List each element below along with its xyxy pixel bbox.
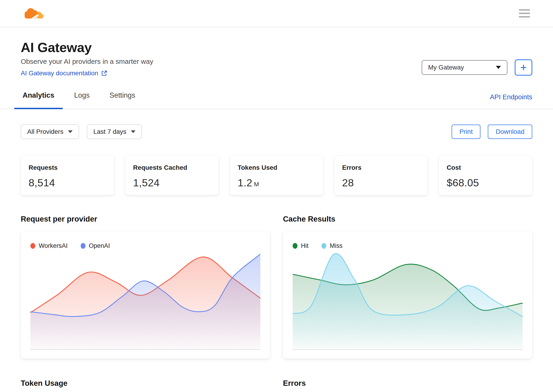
page-title-row: AI Gateway Observe your AI providers in … — [21, 40, 532, 77]
date-range-select[interactable]: Last 7 days — [87, 124, 142, 139]
app-header — [0, 0, 553, 27]
provider-filter-select[interactable]: All Providers — [21, 124, 79, 139]
legend-item-miss[interactable]: Miss — [321, 242, 343, 249]
legend-item-hit[interactable]: Hit — [293, 242, 309, 249]
tabs: Analytics Logs Settings — [21, 90, 137, 109]
chart-legend: WorkersAI OpenAI — [30, 242, 260, 249]
bottom-section-headings: Token Usage Errors — [21, 379, 532, 388]
main-content: AI Gateway Observe your AI providers in … — [0, 40, 553, 388]
ai-gateway-page: AI Gateway Observe your AI providers in … — [0, 0, 553, 392]
date-range-value: Last 7 days — [93, 128, 126, 135]
plus-icon: + — [520, 62, 527, 73]
Request per provider-svg — [30, 253, 260, 349]
legend-dot — [293, 243, 298, 249]
request-per-provider-block: Request per provider WorkersAI OpenAI — [21, 215, 270, 359]
page-title: AI Gateway — [21, 40, 153, 55]
token-usage-heading: Token Usage — [21, 379, 270, 388]
stat-card-tokens-used: Tokens Used 1.2M — [230, 156, 323, 195]
gateway-controls: My Gateway + — [422, 59, 532, 76]
stat-value: 28 — [342, 177, 420, 189]
legend-label: OpenAI — [89, 242, 110, 249]
stat-unit: M — [254, 181, 259, 188]
documentation-link-label: AI Gateway documentation — [21, 70, 98, 77]
tab-bar: Analytics Logs Settings API Endpoints — [0, 90, 553, 109]
stat-label: Cost — [447, 164, 525, 171]
stat-value: 1.2M — [238, 177, 315, 189]
chevron-down-icon — [131, 130, 135, 133]
tab-logs[interactable]: Logs — [72, 90, 92, 109]
request-per-provider-plot — [30, 253, 260, 350]
stat-value: 8,514 — [28, 177, 106, 189]
legend-dot — [30, 243, 35, 249]
cloudflare-logo — [22, 7, 45, 20]
external-link-icon — [101, 70, 107, 77]
add-gateway-button[interactable]: + — [515, 59, 532, 76]
errors-heading: Errors — [283, 379, 532, 388]
chart-legend: Hit Miss — [293, 242, 523, 249]
filter-toolbar: All Providers Last 7 days Print Download — [21, 124, 532, 139]
gateway-select-value: My Gateway — [428, 64, 464, 71]
stat-value: $68.05 — [447, 177, 525, 189]
Cache Results-svg — [293, 253, 523, 349]
download-button[interactable]: Download — [488, 125, 532, 139]
cache-results-heading: Cache Results — [283, 215, 532, 224]
stat-card-requests: Requests 8,514 — [21, 156, 114, 195]
gateway-select[interactable]: My Gateway — [422, 60, 507, 75]
title-block: AI Gateway Observe your AI providers in … — [21, 40, 153, 77]
stat-card-errors: Errors 28 — [334, 156, 428, 195]
filters: All Providers Last 7 days — [21, 124, 142, 139]
menu-hamburger-icon[interactable] — [519, 9, 530, 18]
page-subtitle: Observe your AI providers in a smarter w… — [21, 58, 153, 65]
request-per-provider-card: WorkersAI OpenAI — [21, 231, 270, 359]
provider-filter-value: All Providers — [27, 128, 63, 135]
cache-results-block: Cache Results Hit Miss — [283, 215, 532, 359]
legend-item-openai[interactable]: OpenAI — [81, 242, 110, 249]
cache-results-plot — [293, 253, 523, 350]
stat-label: Requests Cached — [133, 164, 211, 171]
legend-label: WorkersAI — [39, 242, 68, 249]
export-actions: Print Download — [452, 125, 532, 139]
legend-label: Hit — [301, 242, 309, 249]
print-button[interactable]: Print — [452, 125, 481, 139]
legend-item-workersai[interactable]: WorkersAI — [30, 242, 68, 249]
request-per-provider-heading: Request per provider — [21, 215, 270, 224]
stat-label: Requests — [28, 164, 106, 171]
stat-value: 1,524 — [133, 177, 211, 189]
stats-row: Requests 8,514 Requests Cached 1,524 Tok… — [21, 156, 532, 195]
chevron-down-icon — [68, 130, 73, 133]
charts-row: Request per provider WorkersAI OpenAI — [21, 215, 532, 359]
tab-settings[interactable]: Settings — [108, 90, 137, 109]
stat-label: Errors — [342, 164, 420, 171]
stat-label: Tokens Used — [238, 164, 315, 171]
cache-results-card: Hit Miss — [283, 231, 532, 359]
legend-dot — [81, 243, 85, 249]
legend-label: Miss — [330, 242, 343, 249]
documentation-link[interactable]: AI Gateway documentation — [21, 70, 107, 77]
chevron-down-icon — [496, 66, 501, 69]
legend-dot — [321, 243, 326, 249]
stat-card-cost: Cost $68.05 — [439, 156, 532, 195]
stat-card-requests-cached: Requests Cached 1,524 — [125, 156, 219, 195]
api-endpoints-link[interactable]: API Endpoints — [490, 93, 532, 109]
tab-analytics[interactable]: Analytics — [21, 90, 56, 109]
